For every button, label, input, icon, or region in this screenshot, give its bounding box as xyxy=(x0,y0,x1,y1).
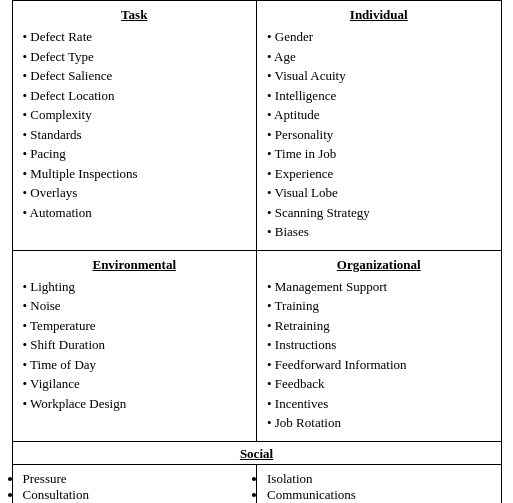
list-item: Incentives xyxy=(267,394,491,414)
list-item: Feedback xyxy=(267,374,491,394)
list-item: Multiple Inspections xyxy=(23,164,247,184)
cell-social-right: Isolation Communications xyxy=(257,465,501,504)
individual-header: Individual xyxy=(267,7,491,23)
list-item: Pressure xyxy=(23,471,247,487)
list-item: Feedforward Information xyxy=(267,355,491,375)
list-item: Aptitude xyxy=(267,105,491,125)
list-item: Time of Day xyxy=(23,355,247,375)
row-env-org: Environmental Lighting Noise Temperature… xyxy=(13,251,501,442)
list-item: Training xyxy=(267,296,491,316)
cell-social-left: Pressure Consultation xyxy=(13,465,258,504)
list-item: Visual Lobe xyxy=(267,183,491,203)
list-item: Time in Job xyxy=(267,144,491,164)
list-item: Overlays xyxy=(23,183,247,203)
list-item: Personality xyxy=(267,125,491,145)
list-item: Standards xyxy=(23,125,247,145)
list-item: Visual Acuity xyxy=(267,66,491,86)
list-item: Workplace Design xyxy=(23,394,247,414)
social-left-list: Pressure Consultation xyxy=(23,471,247,503)
social-header: Social xyxy=(240,446,273,461)
list-item: Experience xyxy=(267,164,491,184)
list-item: Defect Rate xyxy=(23,27,247,47)
task-header: Task xyxy=(23,7,247,23)
list-item: Job Rotation xyxy=(267,413,491,433)
list-item: Isolation xyxy=(267,471,491,487)
list-item: Temperature xyxy=(23,316,247,336)
social-right-list: Isolation Communications xyxy=(267,471,491,503)
environmental-list: Lighting Noise Temperature Shift Duratio… xyxy=(23,277,247,414)
list-item: Management Support xyxy=(267,277,491,297)
list-item: Instructions xyxy=(267,335,491,355)
list-item: Defect Location xyxy=(23,86,247,106)
main-table: Task Defect Rate Defect Type Defect Sali… xyxy=(12,0,502,503)
list-item: Defect Salience xyxy=(23,66,247,86)
list-item: Biases xyxy=(267,222,491,242)
individual-list: Gender Age Visual Acuity Intelligence Ap… xyxy=(267,27,491,242)
cell-task: Task Defect Rate Defect Type Defect Sali… xyxy=(13,1,258,250)
list-item: Vigilance xyxy=(23,374,247,394)
list-item: Pacing xyxy=(23,144,247,164)
task-list: Defect Rate Defect Type Defect Salience … xyxy=(23,27,247,222)
list-item: Scanning Strategy xyxy=(267,203,491,223)
environmental-header: Environmental xyxy=(23,257,247,273)
row-task-individual: Task Defect Rate Defect Type Defect Sali… xyxy=(13,1,501,251)
list-item: Communications xyxy=(267,487,491,503)
cell-organizational: Organizational Management Support Traini… xyxy=(257,251,501,441)
list-item: Complexity xyxy=(23,105,247,125)
list-item: Shift Duration xyxy=(23,335,247,355)
list-item: Intelligence xyxy=(267,86,491,106)
row-social: Social Pressure Consultation Isolation C… xyxy=(13,442,501,504)
cell-environmental: Environmental Lighting Noise Temperature… xyxy=(13,251,258,441)
list-item: Automation xyxy=(23,203,247,223)
list-item: Consultation xyxy=(23,487,247,503)
list-item: Lighting xyxy=(23,277,247,297)
list-item: Age xyxy=(267,47,491,67)
organizational-list: Management Support Training Retraining I… xyxy=(267,277,491,433)
social-header-row: Social xyxy=(13,442,501,465)
list-item: Noise xyxy=(23,296,247,316)
list-item: Retraining xyxy=(267,316,491,336)
organizational-header: Organizational xyxy=(267,257,491,273)
list-item: Gender xyxy=(267,27,491,47)
list-item: Defect Type xyxy=(23,47,247,67)
cell-individual: Individual Gender Age Visual Acuity Inte… xyxy=(257,1,501,250)
social-content-row: Pressure Consultation Isolation Communic… xyxy=(13,465,501,504)
